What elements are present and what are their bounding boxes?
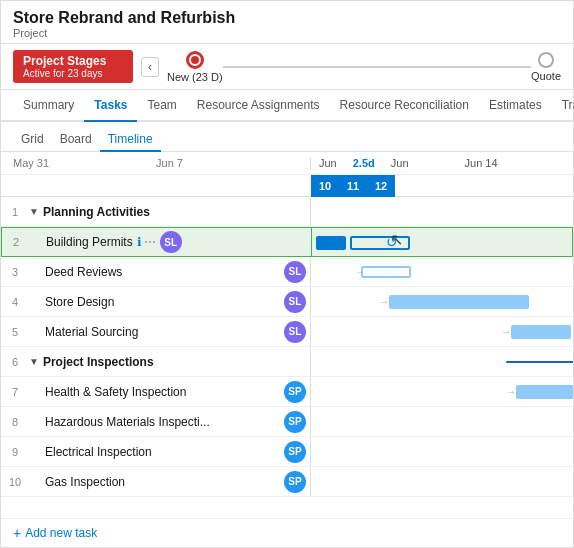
table-row: 7 Health & Safety Inspection SP → <box>1 377 573 407</box>
task-content-10: Gas Inspection SP <box>29 471 310 493</box>
gantt-bar-5 <box>511 325 571 339</box>
gantt-line-6 <box>506 361 573 363</box>
gantt-bar-4 <box>389 295 529 309</box>
avatar-sl-4: SL <box>284 291 306 313</box>
row-num-10: 10 <box>1 476 29 488</box>
row-num-2: 2 <box>2 236 30 248</box>
day10-cell: 10 <box>311 175 339 197</box>
task-row-5-right: → <box>311 317 573 346</box>
stage-label-quote: Quote <box>531 70 561 82</box>
task-row-2-left[interactable]: 2 Building Permits ℹ ⋯ SL <box>2 228 312 256</box>
add-task-label: Add new task <box>25 526 97 540</box>
gantt-header-row1: May 31 Jun 7 Jun 2.5d Jun Jun 14 <box>1 152 573 174</box>
tab-team[interactable]: Team <box>137 90 186 122</box>
sub-tab-timeline[interactable]: Timeline <box>100 128 161 152</box>
avatar-sl-3: SL <box>284 261 306 283</box>
task-name-1: Planning Activities <box>43 205 150 219</box>
task-row-10-left[interactable]: 10 Gas Inspection SP <box>1 467 311 496</box>
task-row-3-right: → <box>311 257 573 286</box>
gantt-header: May 31 Jun 7 Jun 2.5d Jun Jun 14 10 <box>1 152 573 197</box>
sub-tab-board[interactable]: Board <box>52 128 100 152</box>
stage-nav-back-button[interactable]: ‹ <box>141 57 159 77</box>
avatar-sp-7: SP <box>284 381 306 403</box>
tab-resource-assignments[interactable]: Resource Assignments <box>187 90 330 122</box>
header: Store Rebrand and Refurbish Project <box>1 1 573 44</box>
tab-summary[interactable]: Summary <box>13 90 84 122</box>
row-num-7: 7 <box>1 386 29 398</box>
task-row-6-left: 6 ▼ Project Inspections <box>1 347 311 376</box>
task-name-2: Building Permits <box>46 235 133 249</box>
task-name-8: Hazardous Materials Inspecti... <box>45 415 210 429</box>
table-row: 1 ▼ Planning Activities <box>1 197 573 227</box>
tab-tracking[interactable]: Tracking <box>552 90 574 122</box>
task-content-5: Material Sourcing SL <box>29 321 310 343</box>
more-icon[interactable]: ⋯ <box>144 235 156 249</box>
stage-circle-active <box>186 51 204 69</box>
task-row-9-right <box>311 437 573 466</box>
table-row: 6 ▼ Project Inspections <box>1 347 573 377</box>
tab-estimates[interactable]: Estimates <box>479 90 552 122</box>
table-row: 5 Material Sourcing SL → <box>1 317 573 347</box>
arrow-7: → <box>506 386 516 397</box>
task-content-1: ▼ Planning Activities <box>29 205 310 219</box>
task-name-5: Material Sourcing <box>45 325 138 339</box>
task-name-9: Electrical Inspection <box>45 445 152 459</box>
jun-label2: Jun <box>383 157 417 169</box>
avatar-sl-2: SL <box>160 231 182 253</box>
jun-label: Jun <box>311 157 345 169</box>
table-row: 9 Electrical Inspection SP <box>1 437 573 467</box>
tab-resource-reconciliation[interactable]: Resource Reconciliation <box>330 90 479 122</box>
table-row: 3 Deed Reviews SL → <box>1 257 573 287</box>
arrow-3: → <box>355 266 365 277</box>
stage-node-new[interactable]: New (23 D) <box>167 51 223 83</box>
task-content-2: Building Permits ℹ ⋯ SL <box>30 231 311 253</box>
task-row-8-left[interactable]: 8 Hazardous Materials Inspecti... SP <box>1 407 311 436</box>
task-row-7-left[interactable]: 7 Health & Safety Inspection SP <box>1 377 311 406</box>
avatar-sl-5: SL <box>284 321 306 343</box>
add-task-row[interactable]: + Add new task <box>1 518 573 547</box>
project-title: Store Rebrand and Refurbish <box>13 9 561 27</box>
row-num-3: 3 <box>1 266 29 278</box>
stage-active-title: Project Stages <box>23 54 123 68</box>
task-row-4-left[interactable]: 4 Store Design SL <box>1 287 311 316</box>
day11-cell: 11 <box>339 175 367 197</box>
table-row: 10 Gas Inspection SP <box>1 467 573 497</box>
row-num-9: 9 <box>1 446 29 458</box>
task-row-7-right: → <box>311 377 573 406</box>
task-name-10: Gas Inspection <box>45 475 125 489</box>
row-num-5: 5 <box>1 326 29 338</box>
right-date: Jun 14 <box>457 157 506 169</box>
main-tabs: Summary Tasks Team Resource Assignments … <box>1 90 573 122</box>
task-content-6: ▼ Project Inspections <box>29 355 310 369</box>
task-row-1-right <box>311 197 573 226</box>
gantt-bar-7 <box>516 385 573 399</box>
task-row-3-left[interactable]: 3 Deed Reviews SL <box>1 257 311 286</box>
sub-tab-grid[interactable]: Grid <box>13 128 52 152</box>
avatar-sp-10: SP <box>284 471 306 493</box>
arrow-4: → <box>379 296 389 307</box>
table-row: 2 Building Permits ℹ ⋯ SL ↖ <box>1 227 573 257</box>
row-num-8: 8 <box>1 416 29 428</box>
add-icon: + <box>13 525 21 541</box>
refresh-icon: ↺ <box>386 234 398 250</box>
stage-circle-quote <box>538 52 554 68</box>
info-icon[interactable]: ℹ <box>137 235 142 249</box>
task-content-4: Store Design SL <box>29 291 310 313</box>
stage-active-sub: Active for 23 days <box>23 68 123 79</box>
task-name-7: Health & Safety Inspection <box>45 385 186 399</box>
avatar-sp-9: SP <box>284 441 306 463</box>
tab-tasks[interactable]: Tasks <box>84 90 137 122</box>
task-row-9-left[interactable]: 9 Electrical Inspection SP <box>1 437 311 466</box>
task-row-5-left[interactable]: 5 Material Sourcing SL <box>1 317 311 346</box>
stage-timeline: New (23 D) Quote <box>167 51 561 83</box>
gantt-header-row2: 10 11 12 <box>1 174 573 196</box>
table-row: 4 Store Design SL → <box>1 287 573 317</box>
task-row-6-right <box>311 347 573 376</box>
task-row-2-right: ↖ ↺ <box>312 228 573 258</box>
avatar-sp-8: SP <box>284 411 306 433</box>
gh-left-date1: May 31 Jun 7 <box>1 157 311 169</box>
task-row-8-right <box>311 407 573 436</box>
stage-node-quote[interactable]: Quote <box>531 52 561 82</box>
chevron-down-icon-6: ▼ <box>29 356 39 367</box>
app-container: Store Rebrand and Refurbish Project Proj… <box>0 0 574 548</box>
